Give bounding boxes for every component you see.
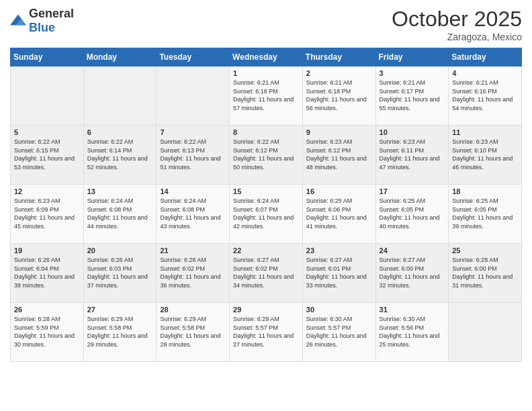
cell-content: Sunrise: 6:29 AM Sunset: 5:58 PM Dayligh…	[160, 315, 226, 349]
day-number: 4	[452, 69, 518, 77]
cell-content: Sunrise: 6:21 AM Sunset: 6:18 PM Dayligh…	[233, 79, 299, 112]
cell-content: Sunrise: 6:30 AM Sunset: 5:56 PM Dayligh…	[380, 315, 445, 349]
calendar-cell: 31Sunrise: 6:30 AM Sunset: 5:56 PM Dayli…	[375, 303, 449, 362]
day-number: 20	[87, 246, 153, 255]
cell-content: Sunrise: 6:22 AM Sunset: 6:12 PM Dayligh…	[233, 138, 299, 171]
day-number: 26	[14, 306, 80, 314]
day-number: 6	[87, 128, 153, 136]
cell-content: Sunrise: 6:28 AM Sunset: 6:00 PM Dayligh…	[452, 256, 518, 289]
calendar-cell: 25Sunrise: 6:28 AM Sunset: 6:00 PM Dayli…	[449, 244, 522, 303]
day-number: 16	[306, 187, 372, 195]
calendar-cell: 27Sunrise: 6:29 AM Sunset: 5:58 PM Dayli…	[83, 303, 157, 362]
cell-content: Sunrise: 6:25 AM Sunset: 6:05 PM Dayligh…	[452, 197, 518, 230]
calendar-cell: 4Sunrise: 6:21 AM Sunset: 6:16 PM Daylig…	[449, 66, 522, 126]
day-number: 31	[380, 306, 445, 314]
logo-text: General Blue	[29, 7, 74, 35]
month-title: October 2025	[392, 7, 522, 32]
day-number: 1	[233, 69, 299, 77]
day-number: 19	[14, 246, 80, 255]
cell-content: Sunrise: 6:28 AM Sunset: 5:59 PM Dayligh…	[14, 315, 80, 349]
day-number: 3	[380, 69, 445, 77]
cell-content: Sunrise: 6:27 AM Sunset: 6:00 PM Dayligh…	[380, 256, 445, 289]
calendar-cell: 23Sunrise: 6:27 AM Sunset: 6:01 PM Dayli…	[302, 244, 375, 303]
cell-content: Sunrise: 6:27 AM Sunset: 6:02 PM Dayligh…	[233, 256, 299, 289]
weekday-header: Tuesday	[157, 48, 230, 66]
location-title: Zaragoza, Mexico	[392, 32, 522, 42]
day-number: 5	[14, 128, 80, 136]
day-number: 11	[452, 128, 518, 136]
weekday-header: Wednesday	[230, 48, 303, 66]
calendar-cell: 14Sunrise: 6:24 AM Sunset: 6:08 PM Dayli…	[157, 185, 230, 244]
calendar-cell: 26Sunrise: 6:28 AM Sunset: 5:59 PM Dayli…	[11, 303, 84, 362]
title-section: October 2025 Zaragoza, Mexico	[392, 7, 522, 42]
calendar-cell: 29Sunrise: 6:29 AM Sunset: 5:57 PM Dayli…	[230, 303, 303, 362]
day-number: 2	[306, 69, 372, 77]
calendar-cell: 6Sunrise: 6:22 AM Sunset: 6:14 PM Daylig…	[83, 126, 157, 185]
calendar-cell: 7Sunrise: 6:22 AM Sunset: 6:13 PM Daylig…	[157, 126, 230, 185]
day-number: 18	[452, 187, 518, 195]
calendar-week-row: 26Sunrise: 6:28 AM Sunset: 5:59 PM Dayli…	[11, 303, 522, 362]
cell-content: Sunrise: 6:26 AM Sunset: 6:04 PM Dayligh…	[14, 256, 80, 289]
calendar-week-row: 12Sunrise: 6:23 AM Sunset: 6:09 PM Dayli…	[11, 185, 522, 244]
cell-content: Sunrise: 6:29 AM Sunset: 5:58 PM Dayligh…	[87, 315, 153, 349]
weekday-header-row: SundayMondayTuesdayWednesdayThursdayFrid…	[11, 48, 522, 66]
calendar-cell: 19Sunrise: 6:26 AM Sunset: 6:04 PM Dayli…	[11, 244, 84, 303]
day-number: 30	[306, 306, 372, 314]
calendar-cell: 17Sunrise: 6:25 AM Sunset: 6:05 PM Dayli…	[375, 185, 449, 244]
weekday-header: Sunday	[11, 48, 84, 66]
weekday-header: Monday	[83, 48, 157, 66]
logo-general: General	[29, 7, 74, 20]
calendar-week-row: 5Sunrise: 6:22 AM Sunset: 6:15 PM Daylig…	[11, 126, 522, 185]
calendar-cell: 10Sunrise: 6:23 AM Sunset: 6:11 PM Dayli…	[375, 126, 449, 185]
cell-content: Sunrise: 6:24 AM Sunset: 6:07 PM Dayligh…	[233, 197, 299, 230]
calendar-cell: 21Sunrise: 6:26 AM Sunset: 6:02 PM Dayli…	[157, 244, 230, 303]
cell-content: Sunrise: 6:29 AM Sunset: 5:57 PM Dayligh…	[233, 315, 299, 349]
day-number: 22	[233, 246, 299, 255]
calendar-cell: 20Sunrise: 6:26 AM Sunset: 6:03 PM Dayli…	[83, 244, 157, 303]
calendar-cell: 2Sunrise: 6:21 AM Sunset: 6:18 PM Daylig…	[302, 66, 375, 126]
page-header: General Blue October 2025 Zaragoza, Mexi…	[10, 7, 522, 42]
calendar-cell: 24Sunrise: 6:27 AM Sunset: 6:00 PM Dayli…	[375, 244, 449, 303]
day-number: 14	[160, 187, 226, 195]
calendar-cell: 13Sunrise: 6:24 AM Sunset: 6:08 PM Dayli…	[83, 185, 157, 244]
day-number: 8	[233, 128, 299, 136]
calendar-cell: 16Sunrise: 6:25 AM Sunset: 6:06 PM Dayli…	[302, 185, 375, 244]
day-number: 7	[160, 128, 226, 136]
day-number: 21	[160, 246, 226, 255]
weekday-header: Saturday	[449, 48, 522, 66]
day-number: 23	[306, 246, 372, 255]
day-number: 13	[87, 187, 153, 195]
calendar-cell	[11, 66, 84, 126]
cell-content: Sunrise: 6:23 AM Sunset: 6:12 PM Dayligh…	[306, 138, 372, 171]
day-number: 27	[87, 306, 153, 314]
day-number: 24	[380, 246, 445, 255]
calendar-week-row: 19Sunrise: 6:26 AM Sunset: 6:04 PM Dayli…	[11, 244, 522, 303]
cell-content: Sunrise: 6:21 AM Sunset: 6:18 PM Dayligh…	[306, 79, 372, 112]
cell-content: Sunrise: 6:25 AM Sunset: 6:06 PM Dayligh…	[306, 197, 372, 230]
calendar-cell: 8Sunrise: 6:22 AM Sunset: 6:12 PM Daylig…	[230, 126, 303, 185]
logo-blue: Blue	[29, 21, 55, 34]
calendar-cell: 1Sunrise: 6:21 AM Sunset: 6:18 PM Daylig…	[230, 66, 303, 126]
cell-content: Sunrise: 6:23 AM Sunset: 6:11 PM Dayligh…	[380, 138, 445, 171]
day-number: 28	[160, 306, 226, 314]
calendar-week-row: 1Sunrise: 6:21 AM Sunset: 6:18 PM Daylig…	[11, 66, 522, 126]
calendar-cell: 11Sunrise: 6:23 AM Sunset: 6:10 PM Dayli…	[449, 126, 522, 185]
weekday-header: Friday	[375, 48, 449, 66]
cell-content: Sunrise: 6:23 AM Sunset: 6:10 PM Dayligh…	[452, 138, 518, 171]
cell-content: Sunrise: 6:24 AM Sunset: 6:08 PM Dayligh…	[87, 197, 153, 230]
cell-content: Sunrise: 6:26 AM Sunset: 6:03 PM Dayligh…	[87, 256, 153, 289]
calendar-cell	[83, 66, 157, 126]
day-number: 25	[452, 246, 518, 255]
cell-content: Sunrise: 6:26 AM Sunset: 6:02 PM Dayligh…	[160, 256, 226, 289]
cell-content: Sunrise: 6:22 AM Sunset: 6:15 PM Dayligh…	[14, 138, 80, 171]
cell-content: Sunrise: 6:23 AM Sunset: 6:09 PM Dayligh…	[14, 197, 80, 230]
day-number: 9	[306, 128, 372, 136]
day-number: 29	[233, 306, 299, 314]
logo-icon	[10, 14, 26, 28]
calendar-cell: 9Sunrise: 6:23 AM Sunset: 6:12 PM Daylig…	[302, 126, 375, 185]
day-number: 17	[380, 187, 445, 195]
calendar-cell: 28Sunrise: 6:29 AM Sunset: 5:58 PM Dayli…	[157, 303, 230, 362]
cell-content: Sunrise: 6:24 AM Sunset: 6:08 PM Dayligh…	[160, 197, 226, 230]
calendar-cell: 5Sunrise: 6:22 AM Sunset: 6:15 PM Daylig…	[11, 126, 84, 185]
calendar-cell: 15Sunrise: 6:24 AM Sunset: 6:07 PM Dayli…	[230, 185, 303, 244]
